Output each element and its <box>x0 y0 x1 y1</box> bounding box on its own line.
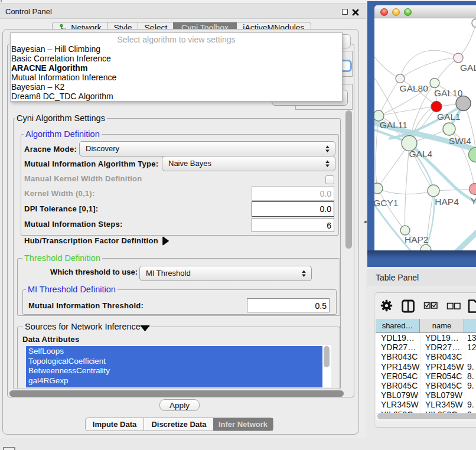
svg-text:GAL11: GAL11 <box>380 120 407 130</box>
svg-text:GAL2: GAL2 <box>460 63 476 73</box>
svg-text:Y: Y <box>471 196 476 206</box>
svg-text:GAL80: GAL80 <box>400 83 429 93</box>
svg-text:GAL10: GAL10 <box>434 88 463 98</box>
svg-text:GCY1: GCY1 <box>374 198 398 208</box>
svg-text:SWI4: SWI4 <box>449 136 471 146</box>
svg-text:HAP2: HAP2 <box>405 234 429 244</box>
svg-text:HAP4: HAP4 <box>435 197 459 207</box>
svg-text:GAL4: GAL4 <box>409 149 433 159</box>
svg-text:GAL1: GAL1 <box>437 112 461 122</box>
